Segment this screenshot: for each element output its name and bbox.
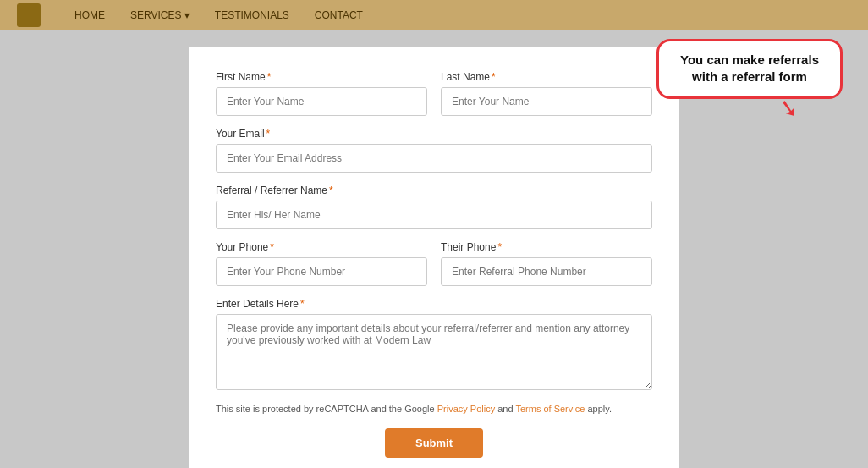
details-group: Enter Details Here*	[216, 298, 652, 390]
tooltip-text: You can make referrals with a referral f…	[674, 52, 825, 86]
first-name-group: First Name*	[216, 71, 427, 116]
nav-link-services[interactable]: SERVICES ▾	[130, 9, 190, 21]
your-phone-group: Your Phone*	[216, 241, 427, 286]
last-name-group: Last Name*	[441, 71, 652, 116]
their-phone-label: Their Phone*	[441, 241, 652, 253]
referral-name-row: Referral / Referrer Name*	[216, 184, 652, 229]
email-row: Your Email*	[216, 128, 652, 173]
nav-link-home[interactable]: HOME	[74, 9, 105, 21]
referral-name-input[interactable]	[216, 201, 652, 229]
details-row: Enter Details Here*	[216, 298, 652, 390]
terms-of-service-link[interactable]: Terms of Service	[515, 404, 585, 414]
submit-button[interactable]: Submit	[385, 428, 483, 458]
details-textarea[interactable]	[216, 314, 652, 390]
protection-text: This site is protected by reCAPTCHA and …	[216, 402, 652, 416]
navbar-links: HOME SERVICES ▾ TESTIMONIALS CONTACT	[74, 9, 363, 21]
email-label: Your Email*	[216, 128, 652, 140]
your-phone-label: Your Phone*	[216, 241, 427, 253]
navbar: HOME SERVICES ▾ TESTIMONIALS CONTACT	[0, 0, 868, 30]
tooltip-arrow: ➘	[777, 95, 800, 122]
first-name-input[interactable]	[216, 87, 427, 116]
privacy-policy-link[interactable]: Privacy Policy	[437, 404, 495, 414]
nav-link-testimonials[interactable]: TESTIMONIALS	[215, 9, 289, 21]
email-input[interactable]	[216, 144, 652, 173]
last-name-label: Last Name*	[441, 71, 652, 83]
your-phone-input[interactable]	[216, 257, 427, 286]
phone-row: Your Phone* Their Phone*	[216, 241, 652, 286]
main-content: You can make referrals with a referral f…	[0, 30, 868, 468]
first-name-label: First Name*	[216, 71, 427, 83]
referral-name-label: Referral / Referrer Name*	[216, 184, 652, 196]
their-phone-input[interactable]	[441, 257, 652, 286]
last-name-input[interactable]	[441, 87, 652, 116]
name-row: First Name* Last Name*	[216, 71, 652, 116]
tooltip-box: You can make referrals with a referral f…	[656, 39, 843, 99]
form-card: First Name* Last Name* Your Email*	[189, 47, 679, 468]
nav-link-contact[interactable]: CONTACT	[315, 9, 363, 21]
email-group: Your Email*	[216, 128, 652, 173]
their-phone-group: Their Phone*	[441, 241, 652, 286]
navbar-logo	[17, 3, 41, 27]
details-label: Enter Details Here*	[216, 298, 652, 310]
referral-name-group: Referral / Referrer Name*	[216, 184, 652, 229]
